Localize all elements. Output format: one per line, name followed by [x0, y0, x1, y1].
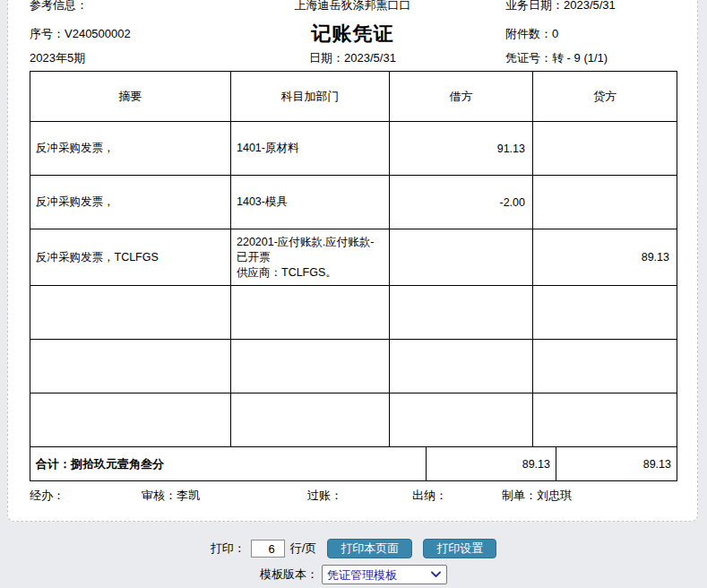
serial-number: 序号：V240500002: [30, 26, 236, 42]
account-cell: [231, 340, 390, 393]
credit-cell: [533, 176, 677, 229]
total-row-table: 合计：捌拾玖元壹角叁分 89.13 89.13: [30, 446, 677, 481]
account-cell: 220201-应付账款.应付账款-已开票 供应商：TCLFGS。: [231, 229, 390, 286]
rows-per-page-unit-label: 行/页: [290, 540, 317, 557]
signature-row: 经办： 审核：李凯 过账： 出纳： 制单：刘忠琪: [30, 489, 676, 503]
supplier-text: 供应商：TCLFGS。: [237, 265, 384, 281]
credit-cell: [533, 340, 677, 393]
credit-cell: [533, 122, 677, 176]
print-settings-button[interactable]: 打印设置: [423, 539, 496, 558]
voucher-card: 参考信息： 上海迪岳狄涤邦熏口口 业务日期：2023/5/31 序号：V2405…: [7, 0, 698, 522]
column-header-credit: 贷方: [533, 72, 677, 122]
account-cell: 1401-原材料: [231, 122, 390, 176]
voucher-title: 记账凭证: [312, 21, 394, 48]
table-row: 反冲采购发票，TCLFGS 220201-应付账款.应付账款-已开票 供应商：T…: [30, 229, 677, 286]
account-cell: 1403-模具: [231, 176, 390, 229]
template-select-wrap: 凭证管理模板: [322, 565, 447, 584]
attachment-count: 附件数：0: [505, 26, 676, 42]
table-row: [30, 393, 677, 447]
poster-label: 过账：: [307, 489, 412, 503]
debit-cell: [390, 229, 533, 286]
print-row: 打印： 行/页 打印本页面 打印设置: [0, 538, 707, 559]
summary-cell: [30, 393, 231, 447]
reviewer-label: 审核：李凯: [142, 489, 307, 503]
reference-info-label: 参考信息：: [30, 0, 236, 13]
summary-cell: [30, 340, 231, 393]
account-cell: [231, 393, 390, 447]
table-row: 反冲采购发票， 1403-模具 -2.00: [30, 176, 677, 229]
voucher-number: 凭证号：转 - 9 (1/1): [505, 51, 676, 65]
summary-cell: 反冲采购发票，TCLFGS: [30, 229, 231, 286]
total-in-words: 合计：捌拾玖元壹角叁分: [30, 447, 427, 481]
table-row: [30, 286, 677, 340]
debit-cell: 91.13: [390, 122, 533, 176]
summary-cell: 反冲采购发票，: [30, 122, 231, 176]
print-label: 打印：: [211, 540, 246, 557]
debit-cell: [390, 340, 533, 393]
column-header-summary: 摘要: [30, 72, 231, 122]
summary-cell: [30, 286, 231, 340]
handler-label: 经办：: [30, 489, 142, 503]
debit-cell: [390, 286, 533, 340]
business-date: 业务日期：2023/5/31: [505, 0, 676, 13]
debit-cell: -2.00: [390, 176, 533, 229]
account-text: 220201-应付账款.应付账款-已开票: [237, 235, 384, 265]
credit-cell: 89.13: [533, 229, 677, 286]
summary-cell: 反冲采购发票，: [30, 176, 231, 229]
voucher-header-row-2: 序号：V240500002 记账凭证 附件数：0: [30, 21, 676, 48]
table-row: [30, 340, 677, 393]
debit-cell: [390, 393, 533, 447]
column-header-debit: 借方: [390, 72, 533, 122]
table-row: 反冲采购发票， 1401-原材料 91.13: [30, 122, 677, 176]
voucher-header-row-1: 参考信息： 上海迪岳狄涤邦熏口口 业务日期：2023/5/31: [30, 0, 676, 13]
credit-cell: [533, 286, 677, 340]
total-credit: 89.13: [556, 447, 677, 481]
voucher-table: 摘要 科目加部门 借方 贷方 反冲采购发票， 1401-原材料 91.13 反冲…: [30, 71, 677, 447]
company-name: 上海迪岳狄涤邦熏口口: [295, 0, 411, 13]
total-row: 合计：捌拾玖元壹角叁分 89.13 89.13: [30, 447, 677, 481]
print-controls: 打印： 行/页 打印本页面 打印设置 模板版本： 凭证管理模板: [0, 538, 707, 585]
template-version-label: 模板版本：: [260, 566, 318, 583]
voucher-header-row-3: 2023年5期 日期：2023/5/31 凭证号：转 - 9 (1/1): [30, 51, 676, 65]
print-page-button[interactable]: 打印本页面: [327, 539, 412, 558]
template-select[interactable]: 凭证管理模板: [322, 565, 447, 584]
total-debit: 89.13: [427, 447, 556, 481]
account-cell: [231, 286, 390, 340]
accounting-period: 2023年5期: [30, 51, 236, 65]
voucher-date: 日期：2023/5/31: [309, 51, 396, 65]
rows-per-page-input[interactable]: [251, 540, 285, 558]
preparer-label: 制单：刘忠琪: [502, 489, 676, 503]
template-version-row: 模板版本： 凭证管理模板: [0, 564, 707, 585]
table-header-row: 摘要 科目加部门 借方 贷方: [30, 72, 677, 122]
cashier-label: 出纳：: [412, 489, 502, 503]
credit-cell: [533, 393, 677, 447]
column-header-account: 科目加部门: [231, 72, 390, 122]
